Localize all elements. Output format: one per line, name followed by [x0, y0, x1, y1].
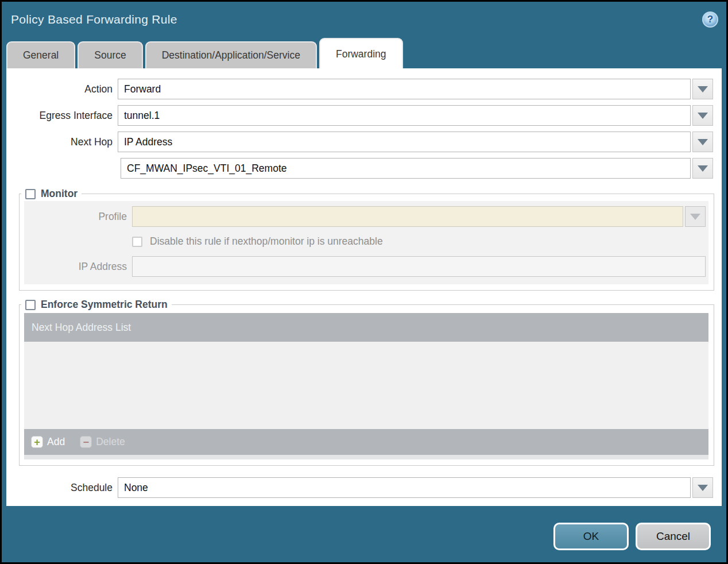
profile-dropdown-button — [685, 206, 706, 227]
monitor-section: Monitor Profile Disable this rule if nex… — [19, 188, 714, 291]
table-bottom-strip — [24, 455, 708, 459]
profile-input — [132, 206, 683, 227]
monitor-ip-address-row: IP Address — [24, 256, 706, 277]
monitor-legend: Monitor — [21, 188, 82, 200]
action-dropdown-button[interactable] — [692, 79, 713, 99]
next-hop-address-row — [11, 158, 713, 179]
next-hop-address-list-toolbar: + Add − Delete — [24, 429, 708, 455]
dialog-footer: OK Cancel — [553, 523, 711, 550]
forwarding-tab-panel: Action Egress Interface Next Hop — [6, 68, 722, 506]
next-hop-address-list-body — [24, 342, 708, 429]
dialog-titlebar: Policy Based Forwarding Rule ? — [2, 2, 726, 37]
ok-button[interactable]: OK — [553, 523, 629, 550]
action-row: Action — [11, 79, 713, 99]
enforce-symmetric-return-legend: Enforce Symmetric Return — [21, 299, 172, 311]
monitor-ip-address-label: IP Address — [24, 261, 127, 273]
profile-label: Profile — [24, 211, 127, 223]
policy-based-forwarding-dialog: Policy Based Forwarding Rule ? General S… — [0, 0, 728, 564]
egress-interface-row: Egress Interface — [11, 105, 713, 126]
action-input[interactable] — [118, 79, 691, 99]
next-hop-type-dropdown-button[interactable] — [692, 132, 713, 152]
next-hop-type-input[interactable] — [118, 132, 691, 152]
enforce-symmetric-return-section: Enforce Symmetric Return Next Hop Addres… — [19, 299, 714, 466]
delete-button: − Delete — [80, 436, 125, 448]
add-icon: + — [31, 436, 43, 448]
profile-row: Profile — [24, 206, 706, 227]
next-hop-address-input[interactable] — [121, 158, 691, 179]
enforce-symmetric-return-checkbox[interactable] — [25, 300, 36, 310]
next-hop-row: Next Hop — [11, 132, 713, 152]
next-hop-address-dropdown-button[interactable] — [692, 158, 713, 179]
next-hop-address-list-table: Next Hop Address List + Add − Delete — [24, 313, 708, 459]
tab-general[interactable]: General — [6, 41, 75, 68]
cancel-button[interactable]: Cancel — [636, 523, 711, 550]
enforce-symmetric-return-legend-label: Enforce Symmetric Return — [41, 299, 168, 311]
add-button[interactable]: + Add — [31, 436, 65, 448]
schedule-row: Schedule — [11, 477, 713, 498]
tab-destination-application-service[interactable]: Destination/Application/Service — [145, 41, 317, 68]
tab-bar: General Source Destination/Application/S… — [2, 37, 726, 68]
schedule-dropdown-button[interactable] — [692, 477, 713, 498]
action-label: Action — [11, 83, 113, 95]
delete-icon: − — [80, 436, 92, 448]
monitor-checkbox[interactable] — [25, 189, 36, 199]
egress-interface-dropdown-button[interactable] — [692, 105, 713, 126]
add-button-label: Add — [47, 436, 65, 448]
delete-button-label: Delete — [96, 436, 125, 448]
disable-rule-label: Disable this rule if nexthop/monitor ip … — [150, 235, 383, 248]
tab-forwarding[interactable]: Forwarding — [319, 38, 403, 68]
schedule-input[interactable] — [118, 477, 691, 498]
schedule-label: Schedule — [11, 482, 113, 494]
tab-source[interactable]: Source — [78, 41, 142, 68]
disable-rule-row: Disable this rule if nexthop/monitor ip … — [132, 235, 706, 248]
next-hop-label: Next Hop — [11, 136, 113, 148]
monitor-ip-address-input — [132, 256, 706, 277]
chevron-down-icon — [698, 165, 708, 172]
egress-interface-label: Egress Interface — [11, 110, 113, 122]
monitor-panel: Profile Disable this rule if nexthop/mon… — [24, 201, 708, 284]
disable-rule-checkbox — [132, 237, 142, 247]
chevron-down-icon — [698, 485, 708, 491]
next-hop-address-list-header: Next Hop Address List — [24, 313, 708, 342]
chevron-down-icon — [698, 86, 708, 92]
help-icon[interactable]: ? — [702, 11, 718, 28]
chevron-down-icon — [690, 214, 700, 220]
chevron-down-icon — [698, 113, 708, 119]
chevron-down-icon — [698, 139, 708, 145]
monitor-legend-label: Monitor — [41, 188, 78, 200]
dialog-title: Policy Based Forwarding Rule — [11, 13, 177, 26]
egress-interface-input[interactable] — [118, 105, 691, 126]
